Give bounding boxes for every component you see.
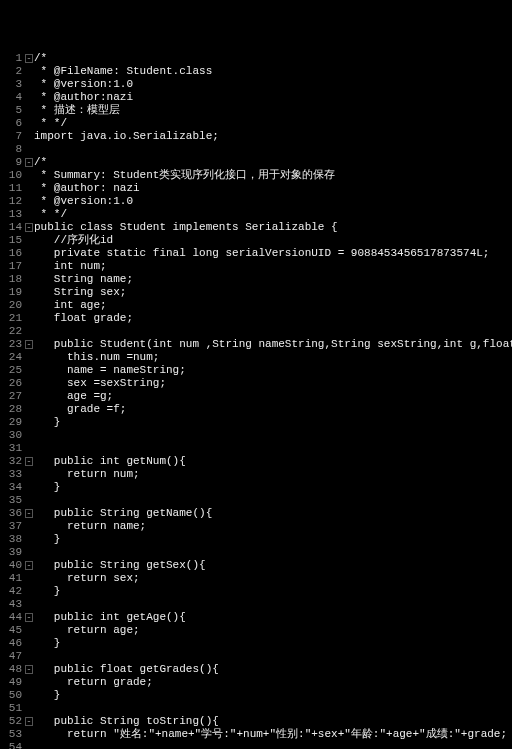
- line-number: 15: [0, 234, 22, 247]
- fold-marker[interactable]: -: [24, 507, 34, 520]
- fold-collapse-icon[interactable]: -: [25, 158, 33, 167]
- code-line[interactable]: public int getNum(){: [34, 455, 512, 468]
- line-number: 8: [0, 143, 22, 156]
- code-line[interactable]: * @FileName: Student.class: [34, 65, 512, 78]
- fold-marker[interactable]: -: [24, 156, 34, 169]
- fold-marker[interactable]: -: [24, 455, 34, 468]
- line-number: 38: [0, 533, 22, 546]
- code-line[interactable]: return num;: [34, 468, 512, 481]
- code-line[interactable]: * Summary: Student类实现序列化接口，用于对象的保存: [34, 169, 512, 182]
- line-number: 10: [0, 169, 22, 182]
- code-line[interactable]: String name;: [34, 273, 512, 286]
- code-line[interactable]: [34, 702, 512, 715]
- line-number: 9: [0, 156, 22, 169]
- code-line[interactable]: String sex;: [34, 286, 512, 299]
- code-line[interactable]: [34, 650, 512, 663]
- line-number: 40: [0, 559, 22, 572]
- fold-collapse-icon[interactable]: -: [25, 613, 33, 622]
- line-number: 33: [0, 468, 22, 481]
- code-line[interactable]: }: [34, 585, 512, 598]
- code-line[interactable]: [34, 325, 512, 338]
- code-line[interactable]: return "姓名:"+name+"学号:"+num+"性别:"+sex+"年…: [34, 728, 512, 741]
- code-line[interactable]: name = nameString;: [34, 364, 512, 377]
- code-line[interactable]: }: [34, 689, 512, 702]
- code-line[interactable]: * @version:1.0: [34, 78, 512, 91]
- code-line[interactable]: * 描述：模型层: [34, 104, 512, 117]
- line-number: 39: [0, 546, 22, 559]
- code-line[interactable]: [34, 429, 512, 442]
- fold-column[interactable]: ----------: [24, 52, 34, 749]
- code-line[interactable]: public String getName(){: [34, 507, 512, 520]
- code-line[interactable]: }: [34, 533, 512, 546]
- code-line[interactable]: * @author: nazi: [34, 182, 512, 195]
- fold-marker: [24, 572, 34, 585]
- code-line[interactable]: /*: [34, 52, 512, 65]
- code-line[interactable]: float grade;: [34, 312, 512, 325]
- code-line[interactable]: //序列化id: [34, 234, 512, 247]
- code-line[interactable]: import java.io.Serializable;: [34, 130, 512, 143]
- fold-marker: [24, 104, 34, 117]
- code-line[interactable]: int num;: [34, 260, 512, 273]
- code-line[interactable]: sex =sexString;: [34, 377, 512, 390]
- code-line[interactable]: private static final long serialVersionU…: [34, 247, 512, 260]
- fold-marker[interactable]: -: [24, 715, 34, 728]
- code-line[interactable]: * @version:1.0: [34, 195, 512, 208]
- line-number-gutter: 1234567891011121314151617181920212223242…: [0, 52, 24, 749]
- code-line[interactable]: public String toString(){: [34, 715, 512, 728]
- code-line[interactable]: }: [34, 416, 512, 429]
- line-number: 51: [0, 702, 22, 715]
- code-line[interactable]: * */: [34, 208, 512, 221]
- fold-marker: [24, 91, 34, 104]
- fold-marker: [24, 325, 34, 338]
- fold-collapse-icon[interactable]: -: [25, 457, 33, 466]
- code-line[interactable]: public String getSex(){: [34, 559, 512, 572]
- fold-marker: [24, 390, 34, 403]
- code-line[interactable]: return grade;: [34, 676, 512, 689]
- code-line[interactable]: [34, 546, 512, 559]
- code-line[interactable]: }: [34, 637, 512, 650]
- code-line[interactable]: public class Student implements Serializ…: [34, 221, 512, 234]
- code-line[interactable]: * */: [34, 117, 512, 130]
- code-line[interactable]: this.num =num;: [34, 351, 512, 364]
- fold-marker[interactable]: -: [24, 663, 34, 676]
- fold-marker[interactable]: -: [24, 338, 34, 351]
- fold-marker[interactable]: -: [24, 611, 34, 624]
- fold-marker: [24, 637, 34, 650]
- line-number: 52: [0, 715, 22, 728]
- fold-collapse-icon[interactable]: -: [25, 665, 33, 674]
- fold-collapse-icon[interactable]: -: [25, 54, 33, 63]
- code-line[interactable]: grade =f;: [34, 403, 512, 416]
- code-content[interactable]: /* * @FileName: Student.class * @version…: [34, 52, 512, 749]
- code-line[interactable]: int age;: [34, 299, 512, 312]
- code-line[interactable]: age =g;: [34, 390, 512, 403]
- code-line[interactable]: return name;: [34, 520, 512, 533]
- code-line[interactable]: public int getAge(){: [34, 611, 512, 624]
- code-line[interactable]: [34, 442, 512, 455]
- fold-marker: [24, 442, 34, 455]
- fold-collapse-icon[interactable]: -: [25, 223, 33, 232]
- line-number: 14: [0, 221, 22, 234]
- code-line[interactable]: [34, 741, 512, 749]
- fold-collapse-icon[interactable]: -: [25, 717, 33, 726]
- code-line[interactable]: [34, 598, 512, 611]
- code-line[interactable]: return sex;: [34, 572, 512, 585]
- code-line[interactable]: public float getGrades(){: [34, 663, 512, 676]
- fold-collapse-icon[interactable]: -: [25, 509, 33, 518]
- fold-marker: [24, 520, 34, 533]
- fold-marker[interactable]: -: [24, 221, 34, 234]
- fold-collapse-icon[interactable]: -: [25, 340, 33, 349]
- line-number: 47: [0, 650, 22, 663]
- code-line[interactable]: [34, 143, 512, 156]
- code-line[interactable]: [34, 494, 512, 507]
- fold-collapse-icon[interactable]: -: [25, 561, 33, 570]
- line-number: 1: [0, 52, 22, 65]
- code-editor[interactable]: 1234567891011121314151617181920212223242…: [0, 52, 512, 749]
- code-line[interactable]: public Student(int num ,String nameStrin…: [34, 338, 512, 351]
- fold-marker: [24, 689, 34, 702]
- code-line[interactable]: /*: [34, 156, 512, 169]
- code-line[interactable]: return age;: [34, 624, 512, 637]
- code-line[interactable]: * @author:nazi: [34, 91, 512, 104]
- fold-marker[interactable]: -: [24, 559, 34, 572]
- code-line[interactable]: }: [34, 481, 512, 494]
- fold-marker[interactable]: -: [24, 52, 34, 65]
